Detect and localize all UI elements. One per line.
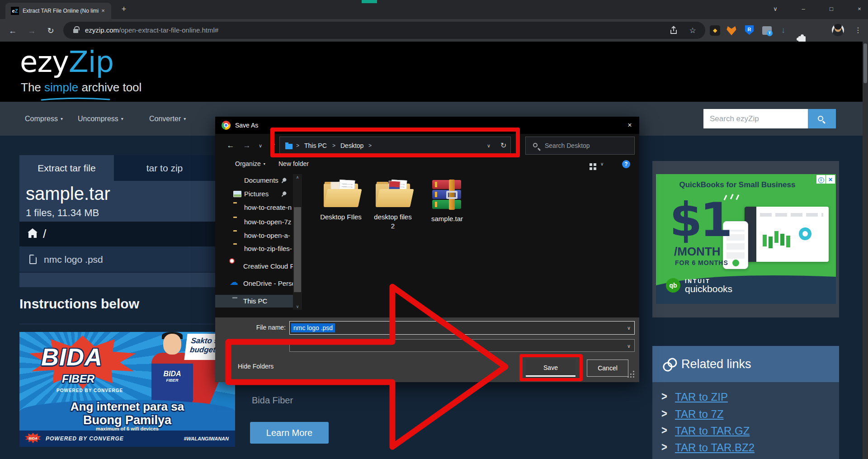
chevron-right-icon: > bbox=[661, 440, 667, 454]
back-icon[interactable]: ← bbox=[6, 24, 19, 37]
ad-headline-2: Buong Pamilya bbox=[19, 413, 235, 427]
organize-button[interactable]: Organize▾ bbox=[235, 160, 265, 167]
browser-tab[interactable]: eZ Extract TAR File Online (No limits! × bbox=[5, 3, 111, 19]
sidebar-item-pictures[interactable]: Pictures bbox=[215, 188, 293, 200]
tab-close-icon[interactable]: × bbox=[99, 6, 108, 15]
ad-close-icon[interactable]: × bbox=[826, 175, 835, 184]
annotation-box-path-bar bbox=[270, 128, 520, 157]
chevron-right-icon: > bbox=[661, 407, 667, 421]
screen: eZ Extract TAR File Online (No limits! ×… bbox=[0, 0, 868, 459]
ezyzip-logo[interactable]: ezyZip bbox=[20, 45, 113, 79]
pictures-icon bbox=[233, 191, 241, 197]
bida-fiber-ad[interactable]: BIDA FIBER Sakto sbudget 't BIDA FIBER P… bbox=[19, 332, 235, 447]
instructions-heading: Instructions below bbox=[19, 296, 139, 312]
bnb-extension-icon[interactable]: ◆ bbox=[710, 25, 720, 36]
metamask-extension-icon[interactable] bbox=[726, 26, 736, 35]
ad-footer: BIDA POWERED BY CONVERGE #WALANGIWANAN bbox=[19, 431, 235, 447]
sidebar-item-folder[interactable]: how-to-zip-files- bbox=[215, 242, 293, 255]
file-item-desktop-files-2[interactable]: desktop files 2 bbox=[368, 180, 418, 231]
minimize-button[interactable]: – bbox=[796, 3, 811, 15]
dialog-back-icon[interactable]: ← bbox=[224, 137, 237, 155]
nav-converter[interactable]: Converter▾ bbox=[149, 102, 186, 136]
tab-extract-tar-file[interactable]: Extract tar file bbox=[19, 155, 114, 181]
page-scrollbar[interactable] bbox=[863, 42, 868, 459]
share-icon[interactable] bbox=[669, 26, 678, 35]
dialog-close-icon[interactable]: × bbox=[620, 117, 639, 134]
site-search-input[interactable] bbox=[703, 109, 808, 128]
tagline-swoosh bbox=[40, 96, 112, 102]
page-scrollbar-thumb[interactable] bbox=[863, 43, 867, 83]
forward-icon[interactable]: → bbox=[25, 24, 38, 37]
phone-fab bbox=[732, 260, 739, 266]
nav-compress[interactable]: Compress▾ bbox=[25, 102, 63, 136]
chevron-right-icon: > bbox=[661, 423, 667, 437]
archive-file-name: nmc logo .psd bbox=[44, 246, 103, 273]
site-search bbox=[703, 109, 836, 128]
sidebar-item-documents[interactable]: Documents bbox=[215, 174, 293, 187]
browser-menu-icon[interactable]: ⋮ bbox=[854, 25, 862, 35]
footer-powered-by: POWERED BY CONVERGE bbox=[46, 431, 124, 447]
window-close-button[interactable]: × bbox=[852, 3, 867, 15]
file-item-desktop-files[interactable]: Desktop FIles bbox=[316, 180, 366, 222]
new-tab-button[interactable]: + bbox=[118, 4, 129, 14]
new-folder-button[interactable]: New folder bbox=[278, 160, 309, 167]
recent-locations-icon[interactable]: ∨ bbox=[256, 137, 265, 155]
hero-chest-text: BIDA bbox=[151, 370, 193, 378]
winrar-archive-icon bbox=[432, 180, 462, 210]
file-item-sample-tar[interactable]: sample.tar bbox=[422, 180, 472, 223]
maximize-button[interactable]: □ bbox=[824, 3, 839, 15]
fiber-logo-text: FIBER bbox=[62, 373, 94, 385]
sidebar-item-folder[interactable]: how-to-open-7z bbox=[215, 216, 293, 228]
file-icon bbox=[29, 255, 37, 264]
help-icon[interactable]: ? bbox=[622, 160, 630, 168]
dialog-search-box[interactable] bbox=[525, 137, 635, 155]
tab-tar-to-zip[interactable]: tar to zip bbox=[114, 155, 215, 181]
qb-brand-row: qb intuitquickbooks bbox=[666, 278, 732, 294]
dialog-forward-icon[interactable]: → bbox=[241, 137, 253, 155]
link-tar-to-7z[interactable]: TAR to 7Z bbox=[675, 408, 724, 421]
type-dropdown-icon[interactable]: ∨ bbox=[627, 340, 631, 352]
chrome-icon bbox=[222, 121, 231, 130]
recording-indicator bbox=[362, 0, 377, 3]
related-link-row: > TAR to 7Z bbox=[652, 407, 839, 423]
bida-logo-text: BIDA bbox=[41, 343, 103, 371]
extract-tab-row: Extract tar file tar to zip bbox=[19, 155, 215, 181]
resize-grip[interactable] bbox=[630, 374, 632, 375]
dashboard-lines bbox=[760, 213, 823, 217]
site-search-button[interactable] bbox=[808, 109, 836, 128]
sidebar-item-creative-cloud[interactable]: Creative Cloud Fil bbox=[215, 260, 293, 273]
scroll-up-icon[interactable]: ∧ bbox=[293, 175, 302, 180]
browser-tab-strip: eZ Extract TAR File Online (No limits! ×… bbox=[0, 0, 868, 19]
root-path: / bbox=[43, 222, 46, 246]
annotation-arrow bbox=[221, 279, 517, 455]
sidebar-item-folder[interactable]: how-to-open-a- bbox=[215, 229, 293, 242]
archive-file-row[interactable]: nmc logo .psd bbox=[19, 246, 215, 273]
archive-name: sample.tar bbox=[26, 184, 110, 204]
archive-meta: 1 files, 11.34 MB bbox=[26, 207, 99, 219]
file-name-dropdown-icon[interactable]: ∨ bbox=[627, 322, 631, 334]
dialog-search-input[interactable] bbox=[545, 137, 631, 154]
view-dropdown-icon[interactable]: ∨ bbox=[600, 161, 604, 166]
link-tar-to-zip[interactable]: TAR to ZIP bbox=[675, 391, 728, 403]
bookmark-star-icon[interactable]: ☆ bbox=[687, 25, 698, 36]
ronin-extension-icon[interactable]: R bbox=[745, 25, 754, 35]
profile-avatar[interactable] bbox=[832, 24, 844, 36]
quickbooks-ad[interactable]: i × QuickBooks for Small Business $1 /MO… bbox=[656, 174, 836, 304]
search-icon bbox=[533, 143, 538, 147]
related-links-header: Related links bbox=[652, 346, 839, 382]
cancel-button[interactable]: Cancel bbox=[587, 360, 628, 377]
quickbooks-brand: quickbooks bbox=[685, 284, 732, 294]
address-bar[interactable]: ezyzip.com/open-extract-tar-file-online.… bbox=[63, 22, 705, 39]
link-tar-to-tar-bz2[interactable]: TAR to TAR.BZ2 bbox=[675, 441, 755, 454]
sidebar-item-folder[interactable]: how-to-create-n bbox=[215, 201, 293, 214]
link-tar-to-tar-gz[interactable]: TAR to TAR.GZ bbox=[675, 425, 750, 437]
url-text[interactable]: ezyzip.com/open-extract-tar-file-online.… bbox=[85, 22, 218, 39]
archive-root-row[interactable]: / bbox=[19, 222, 215, 246]
site-header: ezyZip The simple archive tool bbox=[0, 42, 863, 102]
tab-search-icon[interactable]: ∨ bbox=[768, 3, 783, 15]
view-options-icon[interactable] bbox=[590, 163, 592, 166]
reload-icon[interactable]: ↻ bbox=[44, 24, 57, 37]
download-extension-icon[interactable]: ↓ bbox=[781, 25, 786, 35]
wallet-extension-icon[interactable]: T bbox=[762, 26, 772, 35]
nav-uncompress[interactable]: Uncompress▾ bbox=[78, 102, 123, 136]
